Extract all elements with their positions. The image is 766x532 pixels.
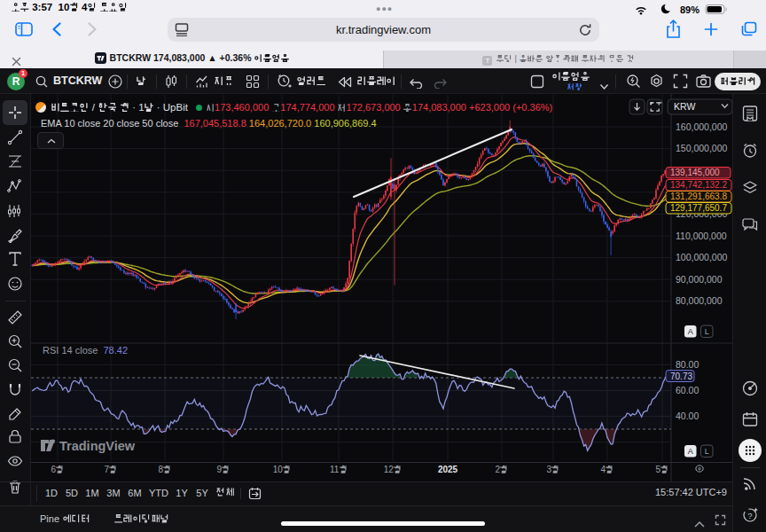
svg-text:A: A (688, 327, 693, 336)
svg-text:134,742,132.2: 134,742,132.2 (670, 180, 727, 190)
svg-text:?: ? (747, 511, 752, 520)
svg-text:L: L (705, 447, 709, 456)
svg-text:L: L (705, 327, 709, 336)
svg-text:129,177,650.7: 129,177,650.7 (670, 203, 727, 213)
svg-text:90,000,000: 90,000,000 (676, 274, 723, 285)
svg-text:40.00: 40.00 (676, 411, 699, 421)
svg-text:139,145,000: 139,145,000 (670, 168, 720, 177)
svg-text:110,000,000: 110,000,000 (676, 231, 727, 241)
svg-text:89%: 89% (680, 4, 700, 15)
svg-text:60.00: 60.00 (676, 385, 699, 395)
svg-text:70.73: 70.73 (670, 372, 692, 381)
svg-text:A: A (688, 447, 693, 456)
svg-text:80.00: 80.00 (676, 359, 699, 370)
svg-text:131,291,663.8: 131,291,663.8 (670, 192, 727, 201)
svg-text:100,000,000: 100,000,000 (676, 252, 728, 262)
svg-text:150,000,000: 150,000,000 (676, 143, 728, 153)
svg-text:KRW: KRW (674, 101, 695, 112)
svg-text:160,000,000: 160,000,000 (676, 121, 728, 132)
svg-text:80,000,000: 80,000,000 (676, 295, 723, 306)
